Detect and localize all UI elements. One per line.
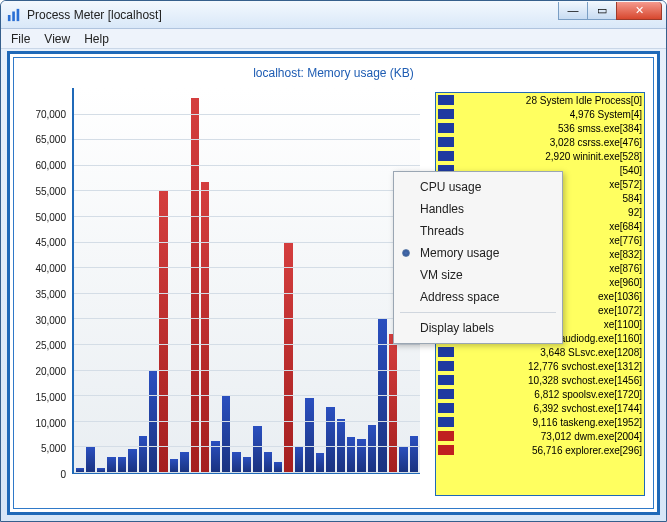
bar[interactable]: [305, 398, 313, 472]
context-menu: CPU usage Handles Threads Memory usage V…: [393, 171, 563, 344]
bar[interactable]: [253, 426, 261, 472]
bar[interactable]: [170, 459, 178, 472]
grid-line: [74, 165, 420, 166]
legend-text: 6,392 svchost.exe[1744]: [458, 403, 642, 414]
legend-row[interactable]: 4,976 System[4]: [436, 107, 644, 121]
ctx-memory-label: Memory usage: [420, 246, 499, 260]
bar[interactable]: [159, 190, 167, 472]
legend-swatch: [438, 361, 454, 371]
bar[interactable]: [107, 457, 115, 473]
legend-row[interactable]: 12,776 svchost.exe[1312]: [436, 359, 644, 373]
legend-text: 3,648 SLsvc.exe[1208]: [458, 347, 642, 358]
chart-title: localhost: Memory usage (KB): [14, 58, 653, 84]
y-tick-label: 10,000: [35, 417, 66, 428]
ctx-threads[interactable]: Threads: [394, 220, 562, 242]
bar[interactable]: [357, 439, 365, 472]
maximize-button[interactable]: ▭: [587, 2, 617, 20]
bar[interactable]: [347, 437, 355, 472]
y-axis: 05,00010,00015,00020,00025,00030,00035,0…: [20, 88, 70, 474]
grid-line: [74, 242, 420, 243]
bar[interactable]: [326, 407, 334, 472]
legend-row[interactable]: 10,328 svchost.exe[1456]: [436, 373, 644, 387]
legend-row[interactable]: 3,028 csrss.exe[476]: [436, 135, 644, 149]
plot[interactable]: [72, 88, 420, 474]
legend-row[interactable]: 28 System Idle Process[0]: [436, 93, 644, 107]
legend-swatch: [438, 123, 454, 133]
bar[interactable]: [284, 242, 292, 472]
y-tick-label: 15,000: [35, 391, 66, 402]
legend-row[interactable]: 2,920 wininit.exe[528]: [436, 149, 644, 163]
bar[interactable]: [399, 446, 407, 472]
legend-swatch: [438, 403, 454, 413]
legend-row[interactable]: 56,716 explorer.exe[296]: [436, 443, 644, 457]
legend-row[interactable]: 6,392 svchost.exe[1744]: [436, 401, 644, 415]
bar[interactable]: [389, 334, 397, 472]
y-tick-label: 45,000: [35, 237, 66, 248]
y-tick-label: 60,000: [35, 160, 66, 171]
legend-row[interactable]: 9,116 taskeng.exe[1952]: [436, 415, 644, 429]
y-tick-label: 20,000: [35, 366, 66, 377]
minimize-button[interactable]: —: [558, 2, 588, 20]
bar[interactable]: [316, 453, 324, 472]
bar[interactable]: [410, 436, 418, 472]
legend-swatch: [438, 109, 454, 119]
y-tick-label: 70,000: [35, 108, 66, 119]
legend-swatch: [438, 137, 454, 147]
y-tick-label: 25,000: [35, 340, 66, 351]
legend-swatch: [438, 431, 454, 441]
bar[interactable]: [118, 457, 126, 472]
legend-text: 6,812 spoolsv.exe[1720]: [458, 389, 642, 400]
bar[interactable]: [191, 98, 199, 472]
svg-rect-0: [8, 15, 11, 21]
grid-line: [74, 216, 420, 217]
bar[interactable]: [232, 452, 240, 472]
bar[interactable]: [128, 449, 136, 472]
legend-row[interactable]: 536 smss.exe[384]: [436, 121, 644, 135]
legend-row[interactable]: 73,012 dwm.exe[2004]: [436, 429, 644, 443]
bar[interactable]: [180, 452, 188, 472]
grid-line: [74, 370, 420, 371]
menu-view[interactable]: View: [44, 32, 70, 46]
y-tick-label: 55,000: [35, 185, 66, 196]
bar[interactable]: [264, 452, 272, 472]
grid-line: [74, 318, 420, 319]
bar[interactable]: [86, 447, 94, 472]
y-tick-label: 5,000: [41, 443, 66, 454]
y-tick-label: 50,000: [35, 211, 66, 222]
bar[interactable]: [222, 395, 230, 472]
grid-line: [74, 139, 420, 140]
ctx-memory-usage[interactable]: Memory usage: [394, 242, 562, 264]
legend-swatch: [438, 375, 454, 385]
bars-container: [76, 88, 418, 472]
legend-swatch: [438, 417, 454, 427]
ctx-cpu-usage[interactable]: CPU usage: [394, 176, 562, 198]
y-tick-label: 40,000: [35, 263, 66, 274]
grid-line: [74, 114, 420, 115]
menu-help[interactable]: Help: [84, 32, 109, 46]
bar[interactable]: [274, 462, 282, 472]
legend-text: 2,920 wininit.exe[528]: [458, 151, 642, 162]
menu-file[interactable]: File: [11, 32, 30, 46]
svg-rect-1: [12, 11, 15, 21]
bar[interactable]: [243, 457, 251, 472]
legend-text: 536 smss.exe[384]: [458, 123, 642, 134]
bar[interactable]: [368, 425, 376, 472]
ctx-display-labels[interactable]: Display labels: [394, 317, 562, 339]
bar[interactable]: [295, 446, 303, 472]
bar[interactable]: [139, 436, 147, 472]
ctx-handles[interactable]: Handles: [394, 198, 562, 220]
app-window: Process Meter [localhost] — ▭ ✕ File Vie…: [0, 0, 667, 522]
bar[interactable]: [201, 182, 209, 472]
legend-text: 9,116 taskeng.exe[1952]: [458, 417, 642, 428]
legend-row[interactable]: 3,648 SLsvc.exe[1208]: [436, 345, 644, 359]
grid-line: [74, 446, 420, 447]
legend-text: 10,328 svchost.exe[1456]: [458, 375, 642, 386]
y-tick-label: 30,000: [35, 314, 66, 325]
ctx-vm-size[interactable]: VM size: [394, 264, 562, 286]
grid-line: [74, 293, 420, 294]
legend-row[interactable]: 6,812 spoolsv.exe[1720]: [436, 387, 644, 401]
ctx-address-space[interactable]: Address space: [394, 286, 562, 308]
menubar: File View Help: [1, 29, 666, 49]
close-button[interactable]: ✕: [616, 2, 662, 20]
legend-text: 12,776 svchost.exe[1312]: [458, 361, 642, 372]
